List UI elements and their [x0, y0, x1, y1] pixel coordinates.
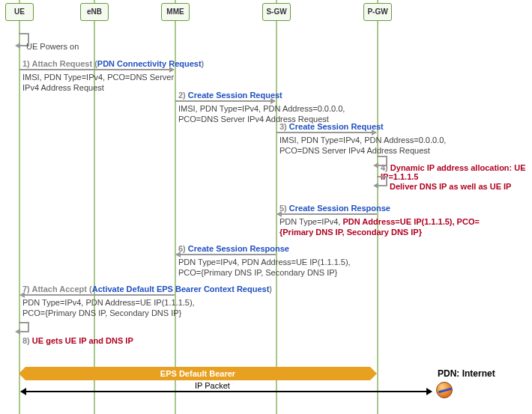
node-ue: UE: [5, 3, 34, 21]
msg8-label: 8) UE gets UE IP and DNS IP: [22, 336, 133, 345]
node-enb: eNB: [80, 3, 109, 21]
msg5-detail: PDN Type=IPv4, PDN Address=UE IP(1.1.1.5…: [279, 216, 489, 237]
eps-bearer: EPS Default Bearer: [25, 367, 370, 380]
lifeline-sgw: [276, 0, 277, 414]
msg7-arrow: [20, 294, 175, 296]
msg2-arrow: [175, 100, 275, 102]
msg3-arrow: [276, 132, 376, 133]
msg2-label: 2) Create Session Request: [178, 91, 282, 100]
pdn-label: PDN: Internet: [438, 368, 495, 379]
ip-packet-label: IP Packet: [195, 380, 230, 391]
msg3-label: 3) Create Session Request: [279, 122, 384, 131]
node-mme: MME: [161, 3, 190, 21]
msg6-label: 6) Create Session Response: [178, 244, 289, 253]
power-on-label: UE Powers on: [26, 41, 79, 52]
msg3-detail: IMSI, PDN Type=IPv4, PDN Address=0.0.0.0…: [279, 135, 467, 156]
node-pgw: P-GW: [363, 3, 392, 21]
msg4-label: 4) Dynamic IP address allocation: UE IP=…: [381, 163, 532, 181]
internet-globe-icon: [436, 382, 453, 398]
msg7-label: 7) Attach Accept (Activate Default EPS B…: [22, 284, 272, 293]
msg2-detail: IMSI, PDN Type=IPv4, PDN Address=0.0.0.0…: [178, 103, 366, 124]
msg5-arrow: [277, 213, 377, 215]
msg7-detail: PDN Type=IPv4, PDN Address=UE IP(1.1.1.5…: [22, 297, 217, 318]
lifeline-ue: [19, 0, 20, 414]
msg6-detail: PDN Type=IPv4, PDN Address=UE IP(1.1.1.5…: [178, 257, 373, 278]
msg1-detail: IMSI, PDN Type=IPv4, PCO=DNS Server IPv4…: [22, 72, 180, 93]
msg1-arrow: [19, 69, 174, 70]
msg5-label: 5) Create Session Response: [279, 204, 390, 213]
node-sgw: S-GW: [262, 3, 291, 21]
ip-packet-line: [21, 391, 432, 392]
msg4b-label: Deliver DNS IP as well as UE IP: [390, 182, 511, 191]
msg6-arrow: [176, 254, 276, 255]
msg1-label: 1) Attach Request (PDN Connectivity Requ…: [22, 59, 204, 68]
